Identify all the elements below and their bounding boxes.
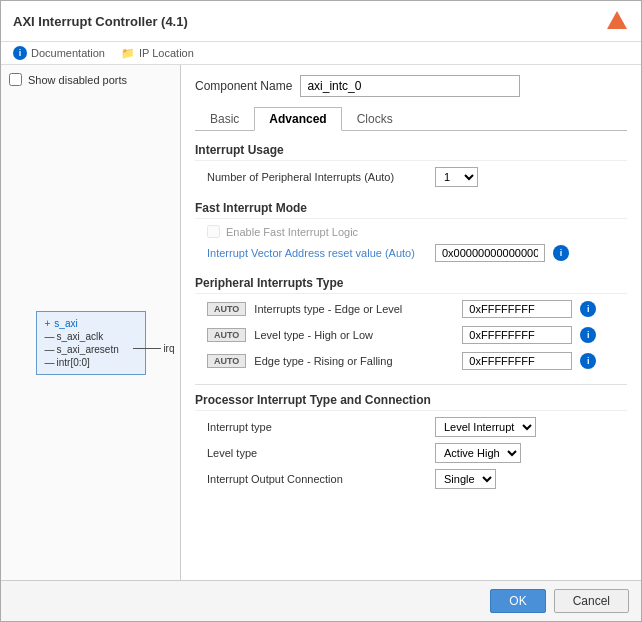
s-axi-aclk-label: s_axi_aclk <box>57 331 104 342</box>
port-s-axi-aresetn: — s_axi_aresetn <box>45 344 137 355</box>
block-diagram: + s_axi — s_axi_aclk — s_axi_aresetn <box>9 114 172 572</box>
titlebar: AXI Interrupt Controller (4.1) <box>1 1 641 42</box>
peripheral-row-3: AUTO Edge type - Rising or Falling i <box>195 352 627 370</box>
level-type-row: Level type Active High Active Low <box>195 443 627 463</box>
sidebar: Show disabled ports + s_axi — s_axi_ <box>1 65 181 580</box>
ip-location-icon: 📁 <box>121 47 135 60</box>
num-peripheral-select[interactable]: 1 2 4 8 16 32 <box>435 167 478 187</box>
footer: OK Cancel <box>1 580 641 621</box>
dash-icon-aclk: — <box>45 331 53 342</box>
peripheral-interrupts-section: Peripheral Interrupts Type AUTO Interrup… <box>195 276 627 370</box>
peripheral-label-1: Interrupts type - Edge or Level <box>254 303 454 315</box>
ip-location-label: IP Location <box>139 47 194 59</box>
peripheral-info-btn-2[interactable]: i <box>580 327 596 343</box>
tab-clocks[interactable]: Clocks <box>342 107 408 130</box>
s-axi-aresetn-label: s_axi_aresetn <box>57 344 119 355</box>
interrupt-vector-label: Interrupt Vector Address reset value (Au… <box>207 247 427 259</box>
auto-badge-1: AUTO <box>207 302 246 316</box>
interrupt-type-row: Interrupt type Level Interrupt Fast Inte… <box>195 417 627 437</box>
interrupt-usage-section: Interrupt Usage Number of Peripheral Int… <box>195 143 627 187</box>
processor-interrupt-title: Processor Interrupt Type and Connection <box>195 393 627 411</box>
ports-list: + s_axi — s_axi_aclk — s_axi_aresetn <box>45 318 137 368</box>
port-s-axi: + s_axi <box>45 318 137 329</box>
main-window: AXI Interrupt Controller (4.1) i Documen… <box>0 0 642 622</box>
show-disabled-label: Show disabled ports <box>28 74 127 86</box>
level-type-label: Level type <box>207 447 427 459</box>
peripheral-row-1: AUTO Interrupts type - Edge or Level i <box>195 300 627 318</box>
divider <box>195 384 627 385</box>
intr-label: intr[0:0] <box>57 357 90 368</box>
documentation-label: Documentation <box>31 47 105 59</box>
tab-basic[interactable]: Basic <box>195 107 254 130</box>
auto-badge-2: AUTO <box>207 328 246 342</box>
dash-icon-intr: — <box>45 357 53 368</box>
num-peripheral-row: Number of Peripheral Interrupts (Auto) 1… <box>195 167 627 187</box>
plus-icon: + <box>45 318 51 329</box>
peripheral-label-3: Edge type - Rising or Falling <box>254 355 454 367</box>
peripheral-info-btn-3[interactable]: i <box>580 353 596 369</box>
main-panel: Component Name Basic Advanced Clocks Int… <box>181 65 641 580</box>
fast-interrupt-section: Fast Interrupt Mode Enable Fast Interrup… <box>195 201 627 262</box>
interrupt-usage-title: Interrupt Usage <box>195 143 627 161</box>
peripheral-value-2[interactable] <box>462 326 572 344</box>
irq-label: irq <box>163 343 174 354</box>
peripheral-info-btn-1[interactable]: i <box>580 301 596 317</box>
processor-interrupt-section: Processor Interrupt Type and Connection … <box>195 393 627 489</box>
auto-badge-3: AUTO <box>207 354 246 368</box>
peripheral-label-2: Level type - High or Low <box>254 329 454 341</box>
output-connection-row: Interrupt Output Connection Single Bus <box>195 469 627 489</box>
component-name-row: Component Name <box>195 75 627 97</box>
component-name-input[interactable] <box>300 75 520 97</box>
content-area: Show disabled ports + s_axi — s_axi_ <box>1 65 641 580</box>
level-type-select[interactable]: Active High Active Low <box>435 443 521 463</box>
enable-fast-checkbox <box>207 225 220 238</box>
interrupt-vector-input[interactable] <box>435 244 545 262</box>
peripheral-value-1[interactable] <box>462 300 572 318</box>
ip-location-link[interactable]: 📁 IP Location <box>121 47 194 60</box>
logo-icon <box>605 9 629 33</box>
enable-fast-row: Enable Fast Interrupt Logic <box>195 225 627 238</box>
peripheral-row-2: AUTO Level type - High or Low i <box>195 326 627 344</box>
window-title: AXI Interrupt Controller (4.1) <box>13 14 188 29</box>
s-axi-label: s_axi <box>54 318 77 329</box>
interrupt-vector-info-btn[interactable]: i <box>553 245 569 261</box>
fast-interrupt-title: Fast Interrupt Mode <box>195 201 627 219</box>
show-disabled-checkbox[interactable] <box>9 73 22 86</box>
tab-advanced[interactable]: Advanced <box>254 107 341 131</box>
peripheral-interrupts-title: Peripheral Interrupts Type <box>195 276 627 294</box>
num-peripheral-label: Number of Peripheral Interrupts (Auto) <box>207 171 427 183</box>
tabs: Basic Advanced Clocks <box>195 107 627 131</box>
show-disabled-row: Show disabled ports <box>9 73 172 86</box>
svg-marker-0 <box>607 11 627 29</box>
output-connection-label: Interrupt Output Connection <box>207 473 427 485</box>
interrupt-type-label: Interrupt type <box>207 421 427 433</box>
enable-fast-label: Enable Fast Interrupt Logic <box>226 226 446 238</box>
documentation-link[interactable]: i Documentation <box>13 46 105 60</box>
port-s-axi-aclk: — s_axi_aclk <box>45 331 137 342</box>
toolbar: i Documentation 📁 IP Location <box>1 42 641 65</box>
component-name-label: Component Name <box>195 79 292 93</box>
port-intr: — intr[0:0] <box>45 357 137 368</box>
dash-icon-aresetn: — <box>45 344 53 355</box>
component-block: + s_axi — s_axi_aclk — s_axi_aresetn <box>36 311 146 375</box>
interrupt-vector-row: Interrupt Vector Address reset value (Au… <box>195 244 627 262</box>
interrupt-type-select[interactable]: Level Interrupt Fast Interrupt <box>435 417 536 437</box>
ok-button[interactable]: OK <box>490 589 545 613</box>
output-connection-select[interactable]: Single Bus <box>435 469 496 489</box>
peripheral-value-3[interactable] <box>462 352 572 370</box>
info-icon: i <box>13 46 27 60</box>
cancel-button[interactable]: Cancel <box>554 589 629 613</box>
